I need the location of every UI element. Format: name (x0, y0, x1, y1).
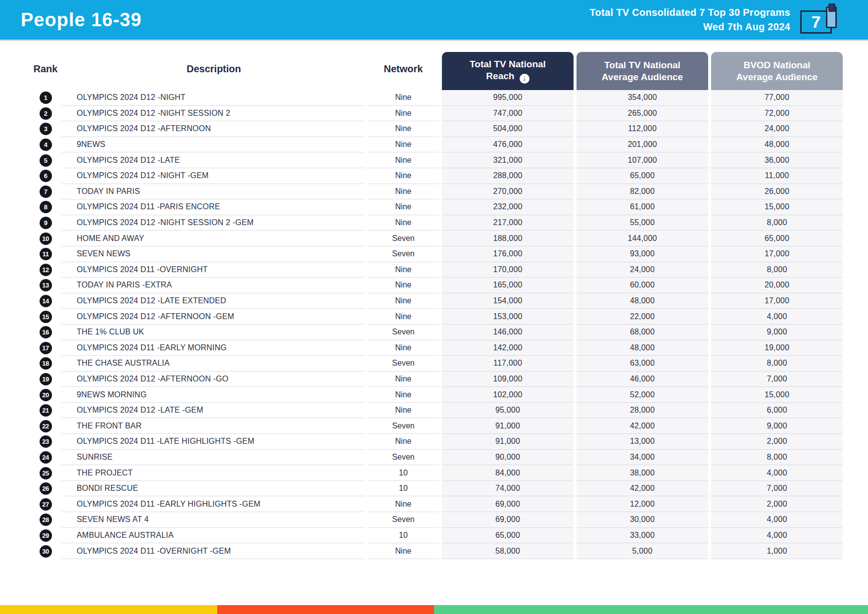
rank-badge: 5 (40, 154, 52, 167)
rank-cell: 18 (30, 356, 61, 372)
total-tv-average-audience-value: 144,000 (577, 231, 708, 246)
program-description: OLYMPICS 2024 D11 -OVERNIGHT -GEM (61, 543, 364, 559)
network-name: Nine (368, 121, 439, 137)
rank-badge: 10 (40, 233, 52, 245)
rank-badge: 22 (40, 420, 52, 432)
rank-badge: 24 (40, 451, 52, 464)
total-tv-reach-value: 176,000 (442, 246, 574, 262)
network-name: Nine (368, 340, 439, 356)
rank-cell: 29 (30, 528, 61, 544)
bvod-average-audience-value: 8,000 (711, 215, 843, 231)
table-row: 24 SUNRISE Seven 90,000 34,000 8,000 (30, 450, 844, 466)
rank-badge: 20 (40, 389, 52, 401)
network-name: Seven (368, 325, 439, 340)
program-description: THE FRONT BAR (61, 418, 364, 434)
program-description: 9NEWS MORNING (61, 387, 364, 403)
program-description: BONDI RESCUE (61, 481, 364, 497)
rank-cell: 28 (30, 512, 61, 528)
rank-badge: 18 (40, 357, 52, 370)
bvod-average-audience-value: 9,000 (711, 418, 843, 434)
table-row: 23 OLYMPICS 2024 D11 -LATE HIGHLIGHTS -G… (30, 434, 844, 450)
total-tv-average-audience-value: 33,000 (577, 528, 708, 544)
total-tv-average-audience-value: 28,000 (577, 403, 708, 419)
table-row: 19 OLYMPICS 2024 D12 -AFTERNOON -GO Nine… (30, 372, 844, 387)
total-tv-reach-value: 91,000 (442, 418, 574, 434)
program-description: OLYMPICS 2024 D12 -AFTERNOON -GEM (61, 309, 364, 325)
bvod-average-audience-value: 15,000 (711, 387, 843, 403)
rank-cell: 21 (30, 403, 61, 419)
total-tv-average-audience-value: 30,000 (577, 512, 708, 528)
program-description: SEVEN NEWS AT 4 (61, 512, 364, 528)
network-name: Nine (368, 496, 439, 512)
total-tv-average-audience-value: 93,000 (577, 246, 708, 262)
total-tv-average-audience-value: 42,000 (577, 418, 708, 434)
table-row: 9 OLYMPICS 2024 D12 -NIGHT SESSION 2 -GE… (30, 215, 844, 231)
network-name: Nine (368, 215, 439, 231)
program-description: OLYMPICS 2024 D12 -NIGHT -GEM (61, 168, 364, 184)
table-row: 21 OLYMPICS 2024 D12 -LATE -GEM Nine 95,… (30, 403, 844, 419)
table-row: 20 9NEWS MORNING Nine 102,000 52,000 15,… (30, 387, 844, 403)
rank-cell: 10 (30, 231, 61, 246)
total-tv-reach-value: 74,000 (442, 481, 574, 497)
bvod-average-audience-value: 8,000 (711, 356, 843, 372)
column-header-bvod-average-audience[interactable]: BVOD National Average Audience (711, 52, 843, 90)
program-description: OLYMPICS 2024 D11 -EARLY HIGHLIGHTS -GEM (61, 496, 364, 512)
bvod-average-audience-value: 9,000 (711, 325, 843, 340)
network-name: Nine (368, 372, 439, 387)
rank-cell: 4 (30, 137, 61, 153)
total-tv-average-audience-value: 46,000 (577, 372, 708, 387)
total-tv-reach-value: 102,000 (442, 387, 574, 403)
total-tv-reach-value: 170,000 (442, 262, 574, 278)
rank-cell: 5 (30, 152, 61, 168)
column-header-total-tv-reach[interactable]: Total TV National Reach ↓ (442, 52, 574, 90)
total-tv-reach-value: 69,000 (442, 496, 574, 512)
total-tv-average-audience-value: 354,000 (577, 90, 708, 106)
rank-badge: 30 (40, 545, 52, 558)
rank-cell: 22 (30, 418, 61, 434)
bvod-average-audience-value: 77,000 (711, 90, 843, 106)
total-tv-reach-value: 321,000 (442, 152, 574, 168)
table-row: 25 THE PROJECT 10 84,000 38,000 4,000 (30, 465, 844, 481)
rank-badge: 25 (40, 467, 52, 479)
total-tv-reach-value: 142,000 (442, 340, 574, 356)
table-row: 13 TODAY IN PARIS -EXTRA Nine 165,000 60… (30, 278, 844, 293)
rank-cell: 19 (30, 372, 61, 387)
program-description: HOME AND AWAY (61, 231, 364, 246)
table-row: 2 OLYMPICS 2024 D12 -NIGHT SESSION 2 Nin… (30, 106, 844, 122)
rank-cell: 14 (30, 293, 61, 309)
rank-cell: 8 (30, 199, 61, 215)
total-tv-reach-value: 146,000 (442, 325, 574, 340)
total-tv-average-audience-value: 61,000 (577, 199, 708, 215)
stripe-segment (217, 605, 434, 614)
sort-descending-icon[interactable]: ↓ (520, 74, 530, 84)
program-description: OLYMPICS 2024 D12 -AFTERNOON -GO (61, 372, 364, 387)
column-header-total-tv-average-audience[interactable]: Total TV National Average Audience (577, 52, 708, 90)
table-row: 18 THE CHASE AUSTRALIA Seven 117,000 63,… (30, 356, 844, 372)
program-description: OLYMPICS 2024 D11 -EARLY MORNING (61, 340, 364, 356)
rank-badge: 29 (40, 529, 52, 542)
table-row: 11 SEVEN NEWS Seven 176,000 93,000 17,00… (30, 246, 844, 262)
rank-badge: 19 (40, 373, 52, 385)
table-body: 1 OLYMPICS 2024 D12 -NIGHT Nine 995,000 … (30, 90, 844, 559)
bvod-average-audience-value: 15,000 (711, 199, 843, 215)
total-tv-reach-value: 288,000 (442, 168, 574, 184)
total-tv-reach-value: 188,000 (442, 231, 574, 246)
total-tv-reach-value: 504,000 (442, 121, 574, 137)
rank-cell: 15 (30, 309, 61, 325)
program-description: OLYMPICS 2024 D12 -LATE -GEM (61, 403, 364, 419)
rank-badge: 3 (40, 123, 52, 135)
bvod-average-audience-value: 2,000 (711, 496, 843, 512)
network-name: Nine (368, 152, 439, 168)
table-row: 29 AMBULANCE AUSTRALIA 10 65,000 33,000 … (30, 528, 844, 544)
rank-badge: 23 (40, 435, 52, 448)
table-row: 7 TODAY IN PARIS Nine 270,000 82,000 26,… (30, 184, 844, 200)
bvod-average-audience-value: 17,000 (711, 246, 843, 262)
network-name: 10 (368, 528, 439, 544)
program-description: OLYMPICS 2024 D12 -NIGHT SESSION 2 (61, 106, 364, 122)
bvod-average-audience-value: 4,000 (711, 309, 843, 325)
total-tv-average-audience-value: 112,000 (577, 121, 708, 137)
seven-tv-phone-logo-icon: 7 (800, 3, 846, 36)
rank-cell: 12 (30, 262, 61, 278)
program-description: SUNRISE (61, 450, 364, 466)
program-description: 9NEWS (61, 137, 364, 153)
